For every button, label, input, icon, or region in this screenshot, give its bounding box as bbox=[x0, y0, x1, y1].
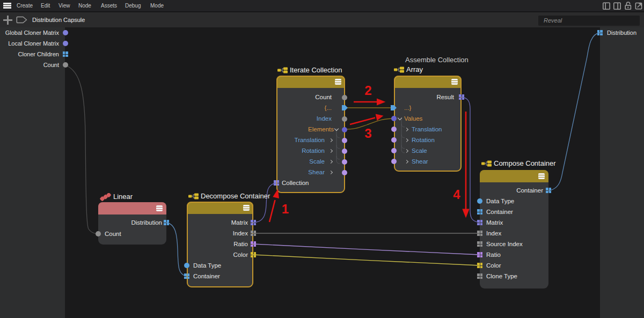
svg-text:1: 1 bbox=[282, 202, 289, 216]
svg-text:2: 2 bbox=[364, 83, 371, 98]
svg-text:4: 4 bbox=[453, 187, 460, 202]
svg-text:3: 3 bbox=[364, 126, 371, 140]
